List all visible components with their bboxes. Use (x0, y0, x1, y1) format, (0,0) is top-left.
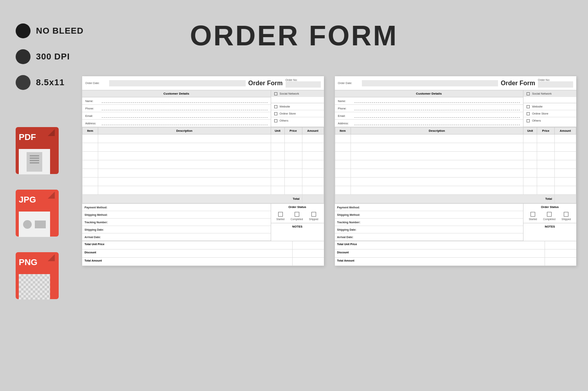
table-row (335, 135, 576, 143)
arrival-date-label-2: Arrival Date: (337, 236, 365, 239)
started-checkbox-2[interactable] (530, 212, 535, 217)
payment-method-field-2: Payment Method: (335, 204, 523, 211)
completed-label-2: Completed (543, 218, 555, 221)
status-started-2: Started (529, 212, 537, 221)
name-label: Name: (85, 100, 100, 102)
phone-label: Phone: (85, 107, 100, 110)
png-label: PNG (19, 257, 38, 267)
doc-bottom-1: Payment Method: Shipping Method: Trackin… (82, 203, 324, 241)
order-status-title: Order Status (273, 205, 322, 209)
arrival-date-label: Arrival Date: (85, 236, 112, 239)
social-network-label: Social Network (280, 92, 299, 95)
table-row (83, 186, 324, 195)
doc-body-1: Customer Details Name: Phone: Email: Add… (82, 90, 324, 127)
order-no-box (286, 81, 321, 88)
website-item-2: Website (523, 103, 576, 110)
col-description: Description (98, 127, 271, 135)
payment-method-field: Payment Method: (82, 204, 271, 211)
name-field: Name: (82, 97, 271, 105)
discount-row-2: Discount (335, 249, 577, 258)
others-item: Others (271, 117, 324, 124)
website-label-2: Website (532, 105, 543, 108)
table-row (335, 186, 576, 195)
table-row (83, 160, 324, 169)
total-amount-label-2: Total Amount (335, 258, 545, 265)
started-label-2: Started (529, 218, 537, 221)
discount-label: Discount (82, 249, 293, 257)
address-field-2: Address: (335, 120, 523, 127)
payment-shipping-section-1: Payment Method: Shipping Method: Trackin… (82, 204, 271, 241)
phone-label-2: Phone: (338, 107, 353, 110)
table-row (83, 178, 324, 186)
order-date-box-2 (362, 80, 498, 86)
address-label: Address: (85, 122, 100, 125)
status-checkboxes: Started Completed Shipped (273, 211, 322, 221)
total-unit-price-label: Total Unit Price (82, 241, 293, 249)
shipped-checkbox[interactable] (311, 212, 316, 217)
tracking-number-label-2: Tracking Number: (337, 221, 365, 224)
order-date-label-2: Order Date: (338, 82, 360, 84)
shipped-checkbox-2[interactable] (564, 212, 568, 217)
circle-icon (16, 75, 31, 90)
email-field: Email: (82, 112, 271, 120)
shipping-method-field-2: Shipping Method: (335, 211, 523, 219)
online-store-checkbox-2[interactable] (527, 112, 530, 115)
table-row (335, 143, 576, 152)
others-checkbox-2[interactable] (527, 119, 530, 122)
discount-row: Discount (82, 249, 324, 258)
status-checkboxes-2: Started Completed Shipped (526, 211, 574, 221)
total-label: Total (83, 195, 302, 203)
doc-header-2: Order Date: Order Form Order No: (335, 76, 577, 90)
arrival-date-field-2: Arrival Date: (335, 233, 523, 241)
others-label: Others (280, 119, 289, 122)
name-label-2: Name: (338, 100, 353, 102)
file-type-icons: PDF JPG PNG (12, 125, 63, 301)
table-row (83, 169, 324, 178)
email-label: Email: (85, 115, 100, 117)
social-network-checkbox-2[interactable] (527, 92, 530, 95)
doc-header-1: Order Date: Order Form Order No: (82, 76, 324, 90)
phone-field: Phone: (82, 105, 271, 112)
total-unit-price-label-2: Total Unit Price (335, 241, 545, 249)
social-network-checkbox[interactable] (274, 92, 277, 95)
png-icon: PNG (12, 250, 63, 301)
status-notes-section-1: Order Status Started Completed Shippe (271, 204, 324, 241)
pdf-icon: PDF (12, 125, 63, 176)
social-network-item-2: Social Network (523, 90, 576, 97)
shipping-date-label: Shipping Date: (85, 228, 112, 231)
table-row (83, 143, 324, 152)
status-completed: Completed (291, 212, 303, 221)
website-checkbox[interactable] (274, 105, 277, 108)
shipped-label-2: Shipped (561, 218, 571, 221)
completed-checkbox-2[interactable] (547, 212, 552, 217)
items-table-1: Item Description Unit Price Amount Total (82, 127, 324, 203)
total-unit-price-row: Total Unit Price (82, 241, 324, 249)
completed-checkbox[interactable] (295, 212, 299, 217)
others-checkbox[interactable] (274, 119, 277, 122)
customer-details-header-2: Customer Details (335, 90, 523, 97)
started-checkbox[interactable] (278, 212, 283, 217)
col-price-2: Price (537, 127, 555, 135)
notes-section-2: NOTES (523, 223, 576, 231)
order-status-section-2: Order Status Started Completed Shippe (523, 204, 576, 223)
order-form-doc-1: Order Date: Order Form Order No: Custome… (82, 76, 324, 266)
col-price: Price (284, 127, 302, 135)
payment-method-label-2: Payment Method: (337, 206, 365, 209)
order-status-title-2: Order Status (526, 205, 574, 209)
name-field-2: Name: (335, 97, 523, 105)
col-amount: Amount (302, 127, 324, 135)
spec-size: 8.5x11 (16, 75, 84, 90)
total-amount-label: Total Amount (82, 258, 293, 265)
online-store-checkbox[interactable] (274, 112, 277, 115)
col-description-2: Description (351, 127, 523, 135)
table-row (335, 152, 576, 160)
notes-section: NOTES (271, 223, 324, 231)
table-row (83, 152, 324, 160)
table-row (335, 178, 576, 186)
website-checkbox-2[interactable] (527, 105, 530, 108)
total-amount-row: Total Amount (82, 258, 324, 266)
total-label-2: Total (335, 195, 555, 203)
others-label-2: Others (532, 119, 541, 122)
email-label-2: Email: (338, 115, 353, 117)
order-no-label-2: Order No: (538, 79, 550, 81)
